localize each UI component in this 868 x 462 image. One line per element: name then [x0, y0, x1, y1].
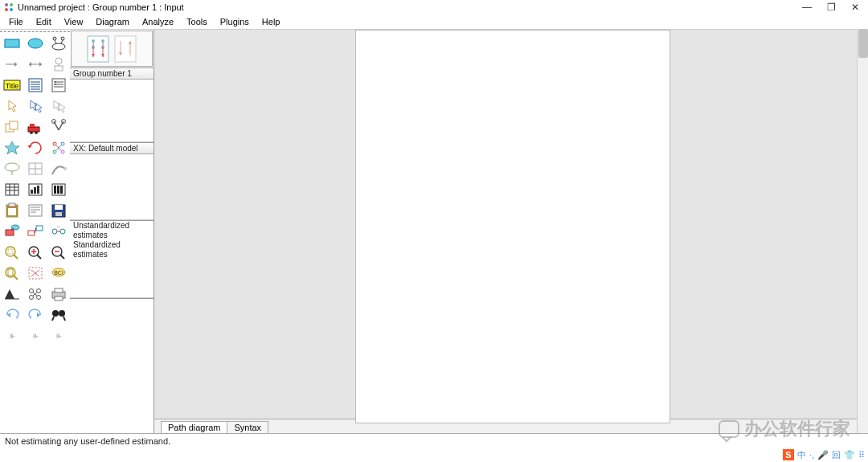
svg-point-85 — [60, 229, 65, 234]
svg-point-110 — [36, 296, 40, 300]
undo-icon[interactable] — [0, 305, 23, 325]
svg-line-92 — [37, 255, 41, 259]
diagram-page[interactable] — [355, 30, 670, 423]
ime-sogou-icon[interactable]: S — [783, 449, 794, 460]
minimize-button[interactable]: — — [802, 2, 812, 12]
menu-analyze[interactable]: Analyze — [137, 15, 179, 28]
maximize-button[interactable]: ❐ — [826, 2, 836, 12]
scrollbar-thumb[interactable] — [858, 29, 868, 58]
wechat-icon — [719, 420, 739, 438]
duplicate-icon[interactable] — [0, 117, 23, 137]
svg-rect-64 — [37, 186, 39, 194]
zoom-select-icon[interactable] — [0, 242, 23, 263]
show-page-icon[interactable] — [0, 263, 23, 284]
menu-view[interactable]: View — [59, 15, 89, 28]
select-one-icon[interactable] — [0, 96, 23, 117]
drag-properties-icon[interactable] — [23, 221, 47, 242]
list-model-variables-icon[interactable] — [47, 75, 70, 96]
estimates-panel: Unstandardized estimates Standardized es… — [70, 220, 154, 298]
add-unique-variable-icon[interactable] — [47, 54, 70, 75]
view-text-icon[interactable] — [23, 200, 47, 221]
close-button[interactable]: ✕ — [850, 2, 860, 12]
title-tool-icon[interactable]: Title — [0, 75, 23, 96]
copy-clipboard-icon[interactable] — [0, 200, 23, 221]
svg-point-127 — [92, 39, 95, 43]
ime-punct-icon[interactable]: ·, — [809, 450, 814, 460]
menu-diagram[interactable]: Diagram — [90, 15, 135, 28]
preserve-symmetries-icon[interactable]: ↔ — [47, 221, 70, 242]
svg-marker-15 — [39, 62, 42, 67]
small-nav-3-icon[interactable]: ⊪ — [47, 325, 70, 346]
scroll-icon[interactable] — [23, 158, 47, 179]
svg-rect-21 — [29, 79, 42, 92]
svg-point-47 — [61, 150, 64, 153]
multiple-group-icon[interactable] — [23, 284, 47, 305]
fit-page-icon[interactable] — [23, 263, 47, 284]
print-icon[interactable] — [47, 284, 70, 305]
svg-rect-71 — [8, 208, 16, 215]
svg-rect-78 — [55, 212, 62, 216]
estimates-item-unstd[interactable]: Unstandardized estimates — [70, 221, 154, 240]
ime-lang-icon[interactable]: 中 — [797, 449, 806, 461]
draw-observed-rect-icon[interactable] — [0, 33, 23, 54]
draw-indicator-icon[interactable] — [47, 33, 70, 54]
rotate-icon[interactable] — [23, 137, 47, 158]
shape-object-icon[interactable] — [0, 137, 23, 158]
erase-icon[interactable] — [47, 117, 70, 137]
reflect-icon[interactable] — [47, 137, 70, 158]
save-icon[interactable] — [47, 200, 70, 221]
svg-point-107 — [29, 289, 33, 293]
estimates-item-std[interactable]: Standardized estimates — [70, 240, 154, 260]
svg-text:⊪: ⊪ — [9, 333, 14, 340]
model-view-toggle[interactable] — [71, 31, 153, 67]
zoom-in-icon[interactable] — [23, 242, 47, 263]
menu-tools[interactable]: Tools — [181, 15, 213, 28]
ime-skin-icon[interactable]: 👕 — [844, 450, 855, 460]
zoom-out-icon[interactable] — [47, 242, 70, 263]
svg-point-55 — [63, 167, 67, 170]
specification-search-icon[interactable] — [47, 305, 70, 325]
loupe-icon[interactable]: BCI — [47, 263, 70, 284]
bayesian-icon[interactable] — [0, 284, 23, 305]
list-variables-icon[interactable] — [23, 75, 47, 96]
analysis-properties-icon[interactable] — [23, 179, 47, 200]
menu-edit[interactable]: Edit — [31, 15, 57, 28]
move-parameter-icon[interactable] — [0, 158, 23, 179]
calculate-estimates-icon[interactable] — [47, 179, 70, 200]
svg-rect-135 — [115, 36, 136, 62]
svg-line-9 — [55, 40, 56, 43]
draw-covariance-arrow-icon[interactable] — [23, 54, 47, 75]
draw-path-arrow-icon[interactable] — [0, 54, 23, 75]
menu-help[interactable]: Help — [256, 15, 286, 28]
svg-point-84 — [52, 229, 57, 234]
svg-rect-90 — [8, 249, 13, 254]
redo-icon[interactable] — [23, 305, 47, 325]
draw-latent-ellipse-icon[interactable] — [23, 33, 47, 54]
vertical-scrollbar[interactable] — [857, 29, 868, 433]
svg-point-45 — [61, 142, 64, 145]
side-panels: Group number 1 XX: Default model Unstand… — [70, 30, 154, 433]
groups-panel-head[interactable]: Group number 1 — [70, 68, 154, 80]
title-bar: Unnamed project : Group number 1 : Input… — [0, 0, 868, 14]
data-files-icon[interactable] — [0, 179, 23, 200]
touch-up-icon[interactable] — [47, 158, 70, 179]
ime-mic-icon[interactable]: 🎤 — [817, 450, 829, 460]
select-all-icon[interactable] — [23, 96, 47, 117]
ime-keyboard-icon[interactable]: 回 — [832, 449, 841, 461]
move-object-icon[interactable] — [23, 117, 47, 137]
diagram-canvas[interactable] — [154, 30, 868, 419]
tab-syntax[interactable]: Syntax — [227, 421, 268, 433]
svg-point-31 — [55, 84, 56, 85]
ime-toolbox-icon[interactable]: ⠿ — [858, 450, 865, 460]
models-panel-head[interactable]: XX: Default model — [70, 143, 154, 154]
svg-point-7 — [61, 37, 64, 40]
object-properties-icon[interactable] — [0, 221, 23, 242]
svg-text:BCI: BCI — [54, 270, 63, 276]
menu-file[interactable]: File — [3, 15, 29, 28]
deselect-all-icon[interactable] — [47, 96, 70, 117]
small-nav-1-icon[interactable]: ⊪ — [0, 325, 23, 346]
menu-plugins[interactable]: Plugins — [215, 15, 255, 28]
small-nav-2-icon[interactable]: ⊪ — [23, 325, 47, 346]
svg-rect-4 — [5, 39, 19, 47]
tab-path-diagram[interactable]: Path diagram — [161, 421, 227, 433]
